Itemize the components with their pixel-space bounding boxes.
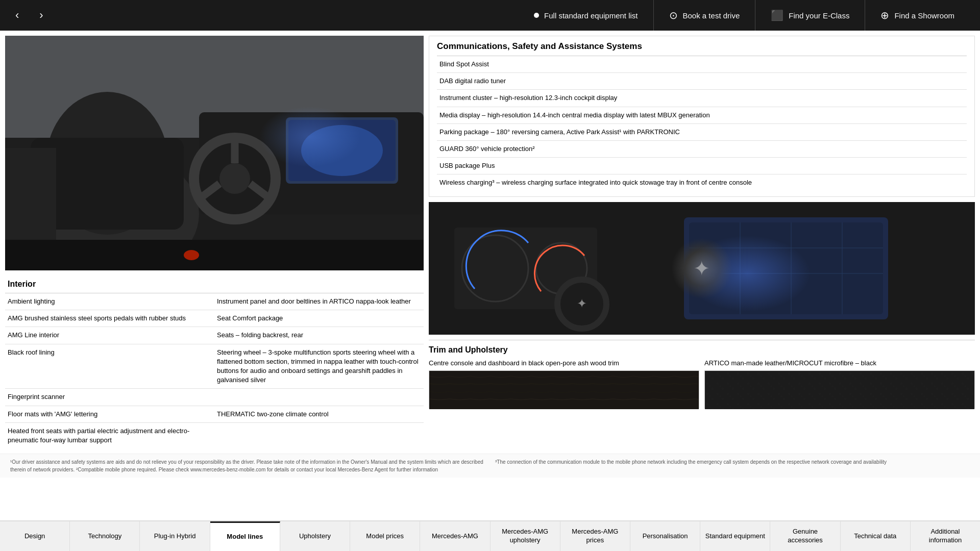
interior-cell-left: Heated front seats with partial electric… xyxy=(5,422,214,448)
comms-cell: Media display – high-resolution 14.4-inc… xyxy=(437,107,967,123)
bottom-nav-item[interactable]: Model lines xyxy=(210,521,280,551)
trim-item-wood: Centre console and dashboard in black op… xyxy=(429,359,699,409)
comms-cell: DAB digital radio tuner xyxy=(437,73,967,90)
svg-rect-15 xyxy=(5,240,424,270)
left-panel: Interior Ambient lightingInstrument pane… xyxy=(5,36,424,448)
bottom-nav-item[interactable]: Genuine accessories xyxy=(770,521,840,551)
comms-cell: GUARD 360° vehicle protection² xyxy=(437,140,967,157)
bottom-nav-item[interactable]: Standard equipment xyxy=(700,521,770,551)
nav-full-equipment[interactable]: Full standard equipment list xyxy=(519,0,653,31)
interior-section: Interior Ambient lightingInstrument pane… xyxy=(5,276,424,448)
interior-cell-left: Fingerprint scanner xyxy=(5,389,214,406)
table-row: GUARD 360° vehicle protection² xyxy=(437,140,967,157)
bottom-nav-item[interactable]: Technical data xyxy=(841,521,911,551)
trim-section: Trim and Upholstery Centre console and d… xyxy=(429,340,975,409)
bottom-nav-item[interactable]: Model prices xyxy=(350,521,420,551)
nav-arrows: ‹ › xyxy=(10,6,48,24)
nav-find-eclass[interactable]: ⬛ Find your E-Class xyxy=(755,0,865,31)
bottom-nav-item[interactable]: Additional information xyxy=(911,521,980,551)
nav-find-showroom[interactable]: ⊕ Find a Showroom xyxy=(865,0,970,31)
nav-find-showroom-label: Find a Showroom xyxy=(894,11,954,20)
bottom-nav-item[interactable]: Mercedes-AMG xyxy=(420,521,490,551)
interior-cell-right: Instrument panel and door beltlines in A… xyxy=(214,293,424,310)
bottom-nav-item[interactable]: Mercedes-AMG upholstery xyxy=(491,521,560,551)
next-arrow[interactable]: › xyxy=(34,6,48,24)
location-icon: ⊕ xyxy=(880,9,889,21)
table-row: DAB digital radio tuner xyxy=(437,73,967,90)
interior-cell-left: Black roof lining xyxy=(5,344,214,389)
table-row: Fingerprint scanner xyxy=(5,389,424,406)
comms-cell: Parking package – 180° reversing camera,… xyxy=(437,123,967,140)
bottom-nav-item[interactable]: Technology xyxy=(70,521,140,551)
trim-wood-label: Centre console and dashboard in black op… xyxy=(429,359,699,368)
interior-table: Ambient lightingInstrument panel and doo… xyxy=(5,293,424,448)
nav-find-eclass-label: Find your E-Class xyxy=(789,11,849,20)
table-row: AMG Line interiorSeats – folding backres… xyxy=(5,327,424,344)
bottom-nav-item[interactable]: Mercedes-AMG prices xyxy=(560,521,630,551)
interior-cell-left: AMG brushed stainless steel sports pedal… xyxy=(5,310,214,327)
footnote-right: ³The connection of the communication mod… xyxy=(495,458,970,473)
trim-wood-swatch xyxy=(429,370,699,409)
bottom-nav-item[interactable]: Personalisation xyxy=(630,521,700,551)
bottom-nav-item[interactable]: Design xyxy=(0,521,70,551)
prev-arrow[interactable]: ‹ xyxy=(10,6,24,24)
dashboard-glow xyxy=(683,235,811,312)
table-row: USB package Plus xyxy=(437,158,967,174)
comms-cell: Blind Spot Assist xyxy=(437,56,967,73)
trim-leather-swatch xyxy=(704,370,975,409)
interior-cell-right xyxy=(214,422,424,448)
table-row: Black roof liningSteering wheel – 3-spok… xyxy=(5,344,424,389)
comms-cell: USB package Plus xyxy=(437,158,967,174)
comms-section: Communications, Safety and Assistance Sy… xyxy=(429,36,975,197)
interior-cell-right xyxy=(214,389,424,406)
footnotes: ¹Our driver assistance and safety system… xyxy=(0,454,980,478)
nav-test-drive[interactable]: ⊙ Book a test drive xyxy=(653,0,755,31)
interior-svg xyxy=(5,36,424,270)
table-row: Ambient lightingInstrument panel and doo… xyxy=(5,293,424,310)
bottom-nav-item[interactable]: Upholstery xyxy=(280,521,350,551)
trim-grid: Centre console and dashboard in black op… xyxy=(429,359,975,409)
table-row: Blind Spot Assist xyxy=(437,56,967,73)
comms-cell: Instrument cluster – high-resolution 12.… xyxy=(437,90,967,107)
trim-item-leather: ARTICO man-made leather/MICROCUT microfi… xyxy=(704,359,975,409)
trim-title: Trim and Upholstery xyxy=(429,345,975,355)
table-row: Instrument cluster – high-resolution 12.… xyxy=(437,90,967,107)
svg-point-8 xyxy=(301,125,383,176)
table-row: Media display – high-resolution 14.4-inc… xyxy=(437,107,967,123)
footnote-left: ¹Our driver assistance and safety system… xyxy=(10,458,485,473)
interior-cell-right: THERMATIC two-zone climate control xyxy=(214,406,424,422)
comms-table: Blind Spot AssistDAB digital radio tuner… xyxy=(437,56,967,191)
car-icon: ⊙ xyxy=(669,9,678,21)
svg-rect-33 xyxy=(429,371,699,409)
svg-point-16 xyxy=(184,250,199,260)
bottom-nav-item[interactable]: Plug-in Hybrid xyxy=(140,521,210,551)
dashboard-svg: ✦ xyxy=(429,202,975,335)
main-content: Interior Ambient lightingInstrument pane… xyxy=(0,31,980,454)
interior-section-title: Interior xyxy=(5,276,424,293)
comms-cell: Wireless charging³ – wireless charging s… xyxy=(437,174,967,191)
right-panel: Communications, Safety and Assistance Sy… xyxy=(429,36,975,448)
comms-title: Communications, Safety and Assistance Sy… xyxy=(437,41,967,56)
dot-icon xyxy=(534,13,539,18)
interior-cell-right: Seats – folding backrest, rear xyxy=(214,327,424,344)
svg-point-10 xyxy=(219,163,250,194)
bottom-nav: DesignTechnologyPlug-in HybridModel line… xyxy=(0,520,980,551)
table-row: Heated front seats with partial electric… xyxy=(5,422,424,448)
nav-full-equipment-label: Full standard equipment list xyxy=(544,11,638,20)
search-icon: ⬛ xyxy=(771,9,783,21)
interior-cell-left: Floor mats with 'AMG' lettering xyxy=(5,406,214,422)
nav-test-drive-label: Book a test drive xyxy=(683,11,740,20)
interior-cell-right: Seat Comfort package xyxy=(214,310,424,327)
svg-text:✦: ✦ xyxy=(577,296,587,310)
table-row: Parking package – 180° reversing camera,… xyxy=(437,123,967,140)
interior-car-image xyxy=(5,36,424,270)
interior-visual xyxy=(5,36,424,270)
top-nav: ‹ › Full standard equipment list ⊙ Book … xyxy=(0,0,980,31)
interior-cell-left: Ambient lighting xyxy=(5,293,214,310)
table-row: AMG brushed stainless steel sports pedal… xyxy=(5,310,424,327)
content-area: Interior Ambient lightingInstrument pane… xyxy=(0,31,980,513)
trim-leather-label: ARTICO man-made leather/MICROCUT microfi… xyxy=(704,359,975,368)
nav-links: Full standard equipment list ⊙ Book a te… xyxy=(519,0,970,31)
dashboard-image: ✦ xyxy=(429,202,975,335)
interior-cell-right: Steering wheel – 3-spoke multifunction s… xyxy=(214,344,424,389)
